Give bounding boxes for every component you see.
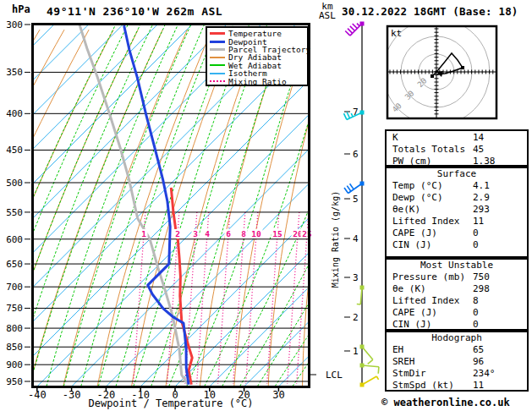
hodograph-unit-label: kt	[391, 28, 402, 39]
barb-level-marker	[360, 364, 365, 368]
svg-text:1: 1	[353, 346, 359, 357]
table-row-value: 11	[473, 380, 484, 392]
svg-text:700: 700	[6, 282, 23, 293]
svg-text:550: 550	[6, 207, 23, 218]
legend: TemperatureDewpointParcel TrajectoryDry …	[206, 26, 309, 86]
hodograph-table: HodographEH65SREH96StmDir234°StmSpd (kt)…	[385, 331, 529, 392]
legend-label: Mixing Ratio	[228, 78, 287, 85]
legend-swatch-temperature	[210, 32, 225, 35]
table-row-value: 2.9	[473, 192, 490, 204]
legend-swatch-mixing-ratio	[210, 80, 225, 82]
table-row: StmSpd (kt)11	[387, 380, 527, 392]
table-row: PW (cm)1.38	[387, 156, 527, 167]
svg-text:2: 2	[175, 229, 180, 238]
legend-swatch-parcel-trajectory	[210, 48, 225, 51]
wind-barb-column	[343, 22, 378, 387]
table-row: SREH96	[387, 356, 527, 368]
barb-level-marker	[360, 286, 365, 290]
svg-text:15: 15	[272, 229, 282, 238]
table-row: Temp (°C)4.1	[387, 180, 527, 192]
table-row-label: Totals Totals	[392, 144, 465, 155]
table-row-label: Lifted Index	[392, 295, 459, 306]
mixing-ratio-axis-title: Mixing Ratio (g/kg)	[331, 191, 340, 288]
table-row: θe(K)293	[387, 204, 527, 216]
skewt-app: 1234681015202530035040045050055060065070…	[0, 0, 532, 411]
svg-text:750: 750	[6, 303, 23, 314]
table-row-label: StmSpd (kt)	[392, 380, 454, 391]
svg-text:2: 2	[353, 312, 359, 323]
svg-text:-40: -40	[28, 389, 47, 401]
lcl-label: LCL	[326, 370, 343, 381]
table-row: CIN (J)0	[387, 239, 527, 251]
wind-barb	[357, 288, 362, 304]
wind-barb	[362, 376, 379, 385]
legend-label: Dry Adiabat	[228, 53, 282, 61]
svg-text:3: 3	[193, 229, 198, 238]
legend-swatch-wet-adiabat	[210, 64, 225, 66]
temperature-curve	[171, 188, 192, 385]
legend-item: Isotherm	[210, 69, 307, 77]
table-row: CAPE (J)0	[387, 227, 527, 239]
table-row: EH65	[387, 344, 527, 356]
legend-item: Temperature	[210, 30, 307, 37]
svg-text:350: 350	[6, 67, 23, 78]
svg-text:10: 10	[251, 229, 261, 238]
table-row-value: 0	[473, 227, 479, 239]
copyright: © weatheronline.co.uk	[381, 397, 510, 408]
wind-barb	[344, 184, 362, 193]
wind-barb	[345, 24, 362, 36]
table-row-label: SREH	[392, 356, 415, 367]
svg-text:850: 850	[6, 342, 23, 353]
legend-swatch-dry-adiabat	[210, 57, 225, 58]
table-row-label: θe(K)	[392, 204, 420, 215]
table-row-label: CAPE (J)	[392, 227, 437, 238]
svg-text:8: 8	[241, 229, 246, 238]
table-row-value: 11	[473, 216, 484, 227]
table-row-value: 4.1	[473, 180, 490, 192]
svg-text:450: 450	[6, 145, 23, 156]
table-row: Pressure (mb)750	[387, 271, 527, 283]
table-row-value: 0	[473, 307, 479, 319]
svg-text:30: 30	[272, 389, 284, 401]
table-section-title: Most Unstable	[387, 260, 527, 271]
svg-text:25: 25	[302, 229, 312, 238]
surface-table: SurfaceTemp (°C)4.1Dewp (°C)2.9θe(K)293L…	[385, 167, 529, 258]
km-axis-title: km ASL	[319, 2, 336, 20]
svg-text:900: 900	[6, 359, 23, 370]
table-row: Totals Totals45	[387, 144, 527, 156]
most-unstable-table: Most UnstablePressure (mb)750θe (K)298Li…	[385, 258, 529, 331]
chart-date: 30.12.2022 18GMT (Base: 18)	[342, 5, 518, 18]
svg-text:800: 800	[6, 323, 23, 334]
table-row-value: 96	[473, 356, 484, 368]
hodograph: 203040kt	[383, 19, 496, 125]
table-row-value: 750	[473, 271, 490, 283]
table-row-label: EH	[392, 344, 403, 355]
table-row-label: CAPE (J)	[392, 307, 437, 318]
table-row-value: 293	[473, 204, 490, 216]
table-row: Dewp (°C)2.9	[387, 192, 527, 204]
table-row-value: 14	[473, 132, 484, 144]
dry-adiabat-lines	[0, 30, 384, 386]
legend-swatch-dewpoint	[210, 41, 225, 43]
table-row: CIN (J)0	[387, 319, 527, 331]
table-row-value: 1.38	[473, 156, 496, 167]
table-row-label: θe (K)	[392, 283, 426, 294]
table-row-value: 0	[473, 239, 479, 251]
table-row: K14	[387, 132, 527, 144]
svg-text:6: 6	[353, 149, 359, 160]
svg-text:600: 600	[6, 234, 23, 245]
table-row-value: 8	[473, 295, 479, 307]
svg-text:300: 300	[6, 19, 23, 30]
barb-level-marker	[360, 111, 365, 115]
table-row-label: CIN (J)	[392, 239, 431, 250]
svg-text:5: 5	[353, 194, 359, 205]
svg-text:650: 650	[6, 259, 23, 270]
svg-text:3: 3	[353, 272, 359, 283]
svg-text:400: 400	[6, 108, 23, 119]
table-row: StmDir234°	[387, 368, 527, 380]
pressure-axis-unit: hPa	[12, 3, 30, 15]
legend-label: Isotherm	[228, 69, 267, 77]
legend-item: Mixing Ratio	[210, 77, 307, 85]
table-section-title: Surface	[387, 168, 527, 180]
wind-barb	[362, 347, 373, 364]
